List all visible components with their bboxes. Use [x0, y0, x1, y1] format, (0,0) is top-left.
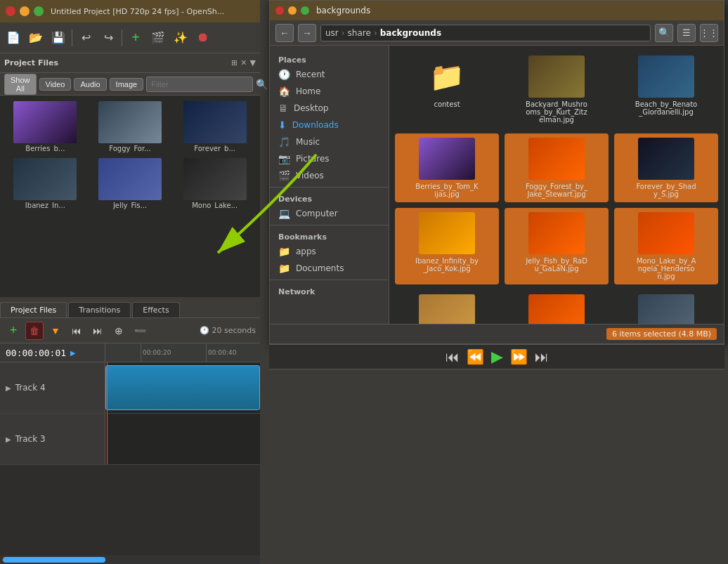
- sidebar-item-music[interactable]: 🎵 Music: [270, 133, 389, 150]
- os-min-button[interactable]: [20, 6, 30, 16]
- list-item[interactable]: Ibanez_In...: [4, 157, 86, 211]
- playback-prev-button[interactable]: ⏪: [467, 348, 484, 365]
- remove-track-button[interactable]: 🗑: [25, 322, 44, 340]
- filter-track-button[interactable]: ▼: [46, 322, 65, 340]
- undo-button[interactable]: ↩: [75, 27, 96, 48]
- add-track-button[interactable]: +: [4, 322, 22, 340]
- filter-video-button[interactable]: Video: [39, 78, 72, 91]
- fd-min-button[interactable]: [288, 6, 297, 15]
- playback-next-button[interactable]: ⏩: [510, 348, 528, 365]
- timeline-clip[interactable]: [105, 365, 260, 410]
- list-item[interactable]: Mono_Lake...: [174, 157, 256, 211]
- list-item[interactable]: 📁 contest: [395, 51, 499, 128]
- table-row: ▶ Track 3: [0, 414, 260, 465]
- pf-close-icon[interactable]: ✕: [240, 58, 247, 67]
- track-start-button[interactable]: ⏮: [67, 322, 86, 340]
- track-end-button[interactable]: ⏭: [89, 322, 107, 340]
- tab-project-files[interactable]: Project Files: [0, 302, 67, 317]
- fd-forward-button[interactable]: →: [298, 24, 316, 42]
- track-collapse-icon[interactable]: ▶: [6, 435, 11, 443]
- filter-clear-button[interactable]: 🔍: [256, 79, 268, 90]
- sidebar-item-label: Documents: [296, 263, 344, 273]
- playback-play-button[interactable]: ▶: [491, 348, 503, 366]
- sidebar-item-videos[interactable]: 🎬 Videos: [270, 167, 389, 184]
- playback-end-button[interactable]: ⏭: [535, 349, 549, 365]
- list-item[interactable]: Berries_b...: [4, 100, 86, 154]
- add-button[interactable]: +: [125, 27, 146, 48]
- timecode-display: 00:00:00:01: [6, 348, 66, 358]
- list-item[interactable]: Beach_by_Renato_Giordanelli.jpg: [614, 51, 718, 128]
- filter-input[interactable]: [146, 77, 253, 92]
- pf-filter-bar: Show All Video Audio Image 🔍: [0, 73, 260, 96]
- list-item[interactable]: Forever_b...: [174, 100, 256, 154]
- list-item[interactable]: Backyard_Mushrooms_by_Kurt_Zitzelman.jpg: [505, 51, 609, 128]
- save-project-button[interactable]: 💾: [48, 27, 69, 48]
- record-button[interactable]: ⏺: [193, 27, 214, 48]
- list-item[interactable]: Jelly_Fish_by_RaDu_GaLaN.jpg: [505, 208, 609, 284]
- fd-menu-button[interactable]: ☰: [677, 24, 696, 42]
- fd-close-button[interactable]: [275, 6, 284, 15]
- add-marker-button[interactable]: ⊕: [110, 322, 128, 340]
- track-3-content[interactable]: [105, 414, 260, 464]
- list-item[interactable]: Berries_by_Tom_Kijas.jpg: [395, 133, 499, 202]
- fd-places-header: Places: [270, 51, 389, 66]
- sidebar-item-downloads[interactable]: ⬇ Downloads: [270, 117, 389, 133]
- breadcrumb-share[interactable]: share: [348, 28, 371, 38]
- os-close-button[interactable]: [6, 6, 15, 16]
- list-item[interactable]: Jelly_Fis...: [89, 157, 171, 211]
- filter-audio-button[interactable]: Audio: [74, 78, 106, 91]
- sidebar-item-documents[interactable]: 📁 Documents: [270, 260, 389, 277]
- sidebar-item-pictures[interactable]: 📷 Pictures: [270, 150, 389, 167]
- fd-search-button[interactable]: 🔍: [655, 24, 673, 42]
- track-collapse-icon[interactable]: ▶: [6, 384, 11, 392]
- scrollbar-thumb[interactable]: [3, 557, 105, 563]
- list-item[interactable]: Forever_by_Shady_S.jpg: [614, 133, 718, 202]
- fd-max-button[interactable]: [301, 6, 309, 15]
- file-thumbnail: [183, 158, 247, 200]
- sidebar-item-desktop[interactable]: 🖥 Desktop: [270, 100, 389, 117]
- filter-image-button[interactable]: Image: [110, 78, 144, 91]
- timeline-toolbar: + 🗑 ▼ ⏮ ⏭ ⊕ ➖ 🕐 20 seconds: [0, 318, 260, 343]
- sidebar-item-home[interactable]: 🏠 Home: [270, 83, 389, 100]
- sidebar-item-recent[interactable]: 🕐 Recent: [270, 66, 389, 83]
- playhead-indicator: ▶: [70, 349, 76, 357]
- list-item[interactable]: Partitura_by_...: [395, 290, 499, 324]
- timeline-scrollbar[interactable]: [0, 556, 260, 564]
- track-4-content[interactable]: [105, 362, 260, 413]
- redo-button[interactable]: ↪: [98, 27, 119, 48]
- pf-expand-icon[interactable]: ▼: [250, 58, 256, 67]
- track-3-name: Track 3: [15, 434, 46, 444]
- zoom-out-button[interactable]: ➖: [131, 322, 149, 340]
- file-thumbnail: [638, 138, 694, 180]
- open-project-button[interactable]: 📂: [25, 27, 46, 48]
- sidebar-item-label: Home: [296, 86, 320, 96]
- list-item[interactable]: Reflections_b...: [505, 290, 609, 324]
- filter-show-all-button[interactable]: Show All: [4, 74, 37, 95]
- sidebar-item-computer[interactable]: 💻 Computer: [270, 205, 389, 222]
- fd-toolbar: ← → usr › share › backgrounds 🔍 ☰ ⋮⋮: [270, 20, 724, 46]
- bottom-tabs: Project Files Transitions Effects: [0, 297, 260, 318]
- list-item[interactable]: Ibanez_Infinity_by_Jaco_Kok.jpg: [395, 208, 499, 284]
- breadcrumb-usr[interactable]: usr: [325, 28, 339, 38]
- sidebar-item-apps[interactable]: 📁 apps: [270, 243, 389, 260]
- fd-options-button[interactable]: ⋮⋮: [700, 24, 718, 42]
- os-max-button[interactable]: [34, 6, 44, 16]
- transitions-button[interactable]: 🎬: [148, 27, 169, 48]
- playhead-line: [107, 414, 108, 464]
- tab-transitions[interactable]: Transitions: [68, 302, 131, 317]
- playback-start-button[interactable]: ⏮: [446, 349, 460, 365]
- file-label: Foggy_Forest_by_Jake_Stewart.jpg: [525, 183, 588, 198]
- fd-sidebar: Places 🕐 Recent 🏠 Home 🖥 Desktop ⬇ Downl…: [270, 46, 389, 324]
- tab-effects[interactable]: Effects: [132, 302, 179, 317]
- list-item[interactable]: [614, 290, 718, 324]
- list-item[interactable]: Foggy_For...: [89, 100, 171, 154]
- new-project-button[interactable]: 📄: [3, 27, 24, 48]
- list-item[interactable]: Mono_Lake_by_Angela_Henderson.jpg: [614, 208, 718, 284]
- pf-grid-icon[interactable]: ⊞: [231, 58, 238, 67]
- breadcrumb-current[interactable]: backgrounds: [380, 28, 441, 38]
- file-label: Ibanez_Infinity_by_Jaco_Kok.jpg: [415, 257, 479, 273]
- fd-back-button[interactable]: ←: [275, 24, 294, 42]
- list-item[interactable]: Foggy_Forest_by_Jake_Stewart.jpg: [505, 133, 609, 202]
- file-label: Jelly_Fis...: [113, 202, 147, 209]
- effects-button[interactable]: ✨: [170, 27, 191, 48]
